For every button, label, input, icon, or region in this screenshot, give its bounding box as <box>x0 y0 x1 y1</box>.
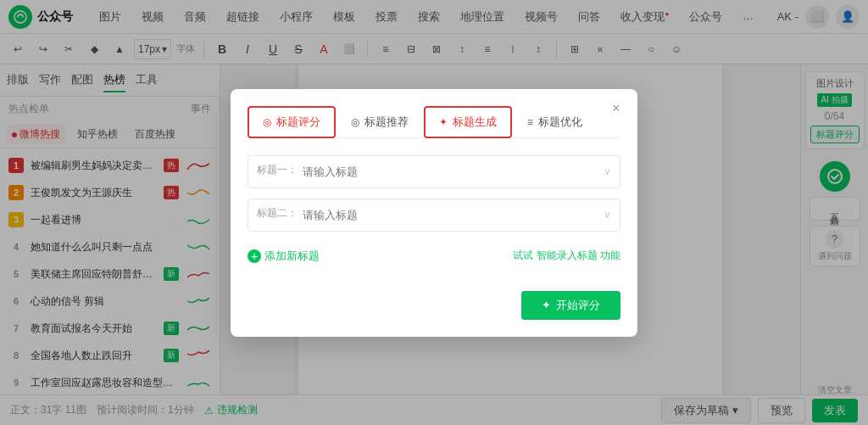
modal-dialog: × ◎ 标题评分 ◎ 标题推荐 ✦ 标题生成 ≡ 标题优化 标题一： <box>231 89 637 337</box>
generate-tab-icon: ✦ <box>439 116 448 128</box>
input-group-1: 标题一： ∨ <box>248 155 620 188</box>
title-input-1[interactable] <box>303 165 598 178</box>
add-title-btn[interactable]: + 添加新标题 <box>248 249 320 264</box>
modal-tab-recommend[interactable]: ◎ 标题推荐 <box>336 106 424 138</box>
input2-label: 标题二： <box>257 206 298 221</box>
title-input-row-2: 标题二： ∨ <box>248 199 620 232</box>
input-group-2: 标题二： ∨ <box>248 199 620 232</box>
submit-icon: ✦ <box>542 299 551 311</box>
input2-chevron-icon: ∨ <box>604 209 611 221</box>
modal-tab-score[interactable]: ◎ 标题评分 <box>248 106 336 138</box>
input1-chevron-icon: ∨ <box>604 165 611 177</box>
add-icon: + <box>248 249 261 263</box>
input1-label: 标题一： <box>257 163 298 177</box>
modal-close-btn[interactable]: × <box>607 99 626 118</box>
score-tab-icon: ◎ <box>263 116 271 128</box>
title-input-2[interactable] <box>303 209 598 221</box>
modal-tabs: ◎ 标题评分 ◎ 标题推荐 ✦ 标题生成 ≡ 标题优化 <box>248 106 620 138</box>
modal-tab-generate[interactable]: ✦ 标题生成 <box>424 106 512 138</box>
modal-tab-optimize[interactable]: ≡ 标题优化 <box>512 106 598 138</box>
modal-submit-btn[interactable]: ✦ 开始评分 <box>521 291 620 320</box>
title-input-row-1: 标题一： ∨ <box>248 155 620 188</box>
modal-footer: ✦ 开始评分 <box>248 291 620 320</box>
recommend-tab-icon: ◎ <box>351 116 359 128</box>
modal-overlay[interactable]: × ◎ 标题评分 ◎ 标题推荐 ✦ 标题生成 ≡ 标题优化 标题一： <box>0 0 868 425</box>
optimize-tab-icon: ≡ <box>527 116 533 128</box>
ai-link: 试试 智能录入标题 功能 <box>513 249 620 263</box>
modal-add-row: + 添加新标题 试试 智能录入标题 功能 <box>248 242 620 271</box>
